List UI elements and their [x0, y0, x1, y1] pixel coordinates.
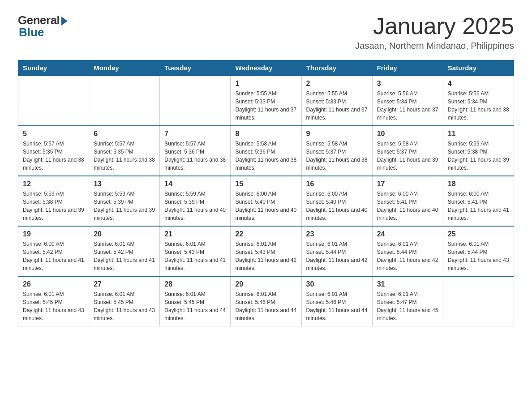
day-info: Sunrise: 6:01 AMSunset: 5:45 PMDaylight:…	[164, 290, 226, 322]
day-info: Sunrise: 5:55 AMSunset: 5:33 PMDaylight:…	[235, 90, 296, 122]
day-number: 14	[164, 180, 226, 188]
calendar-cell: 18Sunrise: 6:00 AMSunset: 5:41 PMDayligh…	[443, 176, 514, 226]
logo-arrow-icon	[61, 17, 68, 26]
day-info: Sunrise: 5:57 AMSunset: 5:35 PMDaylight:…	[94, 140, 155, 172]
month-title: January 2025	[355, 13, 514, 39]
calendar-cell: 15Sunrise: 6:00 AMSunset: 5:40 PMDayligh…	[231, 176, 301, 226]
calendar-cell	[443, 276, 514, 326]
calendar-cell: 27Sunrise: 6:01 AMSunset: 5:45 PMDayligh…	[89, 276, 160, 326]
day-number: 23	[306, 230, 368, 238]
calendar-cell: 21Sunrise: 6:01 AMSunset: 5:43 PMDayligh…	[160, 226, 231, 276]
calendar-cell	[18, 76, 89, 126]
calendar-cell: 12Sunrise: 5:59 AMSunset: 5:38 PMDayligh…	[18, 176, 89, 226]
calendar-cell: 28Sunrise: 6:01 AMSunset: 5:45 PMDayligh…	[160, 276, 231, 326]
day-info: Sunrise: 6:01 AMSunset: 5:47 PMDaylight:…	[377, 290, 438, 322]
calendar-week-row-3: 12Sunrise: 5:59 AMSunset: 5:38 PMDayligh…	[18, 176, 514, 226]
calendar-week-row-5: 26Sunrise: 6:01 AMSunset: 5:45 PMDayligh…	[18, 276, 514, 326]
day-number: 18	[448, 180, 509, 188]
calendar-cell: 30Sunrise: 6:01 AMSunset: 5:46 PMDayligh…	[301, 276, 372, 326]
day-info: Sunrise: 6:00 AMSunset: 5:41 PMDaylight:…	[377, 190, 438, 222]
calendar-cell: 10Sunrise: 5:58 AMSunset: 5:37 PMDayligh…	[372, 126, 443, 176]
calendar-cell: 8Sunrise: 5:58 AMSunset: 5:36 PMDaylight…	[231, 126, 301, 176]
calendar-cell: 29Sunrise: 6:01 AMSunset: 5:46 PMDayligh…	[231, 276, 301, 326]
location-text: Jasaan, Northern Mindanao, Philippines	[355, 41, 514, 51]
day-number: 1	[235, 80, 296, 88]
day-number: 21	[164, 230, 226, 238]
day-info: Sunrise: 5:57 AMSunset: 5:35 PMDaylight:…	[23, 140, 84, 172]
day-info: Sunrise: 6:01 AMSunset: 5:46 PMDaylight:…	[306, 290, 368, 322]
calendar-cell: 6Sunrise: 5:57 AMSunset: 5:35 PMDaylight…	[89, 126, 160, 176]
calendar-cell: 23Sunrise: 6:01 AMSunset: 5:44 PMDayligh…	[301, 226, 372, 276]
calendar-header-row: Sunday Monday Tuesday Wednesday Thursday…	[18, 60, 514, 76]
calendar-cell: 22Sunrise: 6:01 AMSunset: 5:43 PMDayligh…	[231, 226, 301, 276]
day-number: 13	[94, 180, 155, 188]
col-header-monday: Monday	[89, 60, 160, 76]
calendar-table: Sunday Monday Tuesday Wednesday Thursday…	[18, 60, 514, 326]
day-number: 29	[235, 280, 296, 288]
calendar-cell: 17Sunrise: 6:00 AMSunset: 5:41 PMDayligh…	[372, 176, 443, 226]
calendar-cell: 13Sunrise: 5:59 AMSunset: 5:39 PMDayligh…	[89, 176, 160, 226]
day-number: 3	[377, 80, 438, 88]
day-info: Sunrise: 5:55 AMSunset: 5:33 PMDaylight:…	[306, 90, 368, 122]
day-info: Sunrise: 5:58 AMSunset: 5:37 PMDaylight:…	[377, 140, 438, 172]
logo: General Blue	[18, 13, 68, 39]
calendar-cell	[160, 76, 231, 126]
day-number: 24	[377, 230, 438, 238]
title-block: January 2025 Jasaan, Northern Mindanao, …	[355, 13, 514, 51]
day-info: Sunrise: 6:01 AMSunset: 5:43 PMDaylight:…	[164, 240, 226, 272]
col-header-friday: Friday	[372, 60, 443, 76]
day-number: 27	[94, 280, 155, 288]
calendar-cell: 16Sunrise: 6:00 AMSunset: 5:40 PMDayligh…	[301, 176, 372, 226]
calendar-week-row-2: 5Sunrise: 5:57 AMSunset: 5:35 PMDaylight…	[18, 126, 514, 176]
calendar-cell	[89, 76, 160, 126]
day-info: Sunrise: 6:01 AMSunset: 5:44 PMDaylight:…	[377, 240, 438, 272]
day-number: 22	[235, 230, 296, 238]
calendar-cell: 14Sunrise: 5:59 AMSunset: 5:39 PMDayligh…	[160, 176, 231, 226]
day-info: Sunrise: 5:56 AMSunset: 5:34 PMDaylight:…	[448, 90, 509, 122]
day-info: Sunrise: 5:56 AMSunset: 5:34 PMDaylight:…	[377, 90, 438, 122]
day-number: 15	[235, 180, 296, 188]
day-number: 17	[377, 180, 438, 188]
day-number: 30	[306, 280, 368, 288]
logo-blue-text: Blue	[19, 26, 44, 39]
col-header-wednesday: Wednesday	[231, 60, 301, 76]
day-number: 8	[235, 130, 296, 138]
day-number: 25	[448, 230, 509, 238]
col-header-sunday: Sunday	[18, 60, 89, 76]
day-info: Sunrise: 6:01 AMSunset: 5:43 PMDaylight:…	[235, 240, 296, 272]
day-info: Sunrise: 6:00 AMSunset: 5:40 PMDaylight:…	[306, 190, 368, 222]
calendar-cell: 19Sunrise: 6:00 AMSunset: 5:42 PMDayligh…	[18, 226, 89, 276]
day-number: 28	[164, 280, 226, 288]
day-info: Sunrise: 6:00 AMSunset: 5:42 PMDaylight:…	[23, 240, 84, 272]
col-header-saturday: Saturday	[443, 60, 514, 76]
calendar-cell: 9Sunrise: 5:58 AMSunset: 5:37 PMDaylight…	[301, 126, 372, 176]
page-header: General Blue January 2025 Jasaan, Northe…	[18, 13, 514, 51]
day-info: Sunrise: 5:57 AMSunset: 5:36 PMDaylight:…	[164, 140, 226, 172]
day-number: 12	[23, 180, 84, 188]
day-info: Sunrise: 5:59 AMSunset: 5:39 PMDaylight:…	[94, 190, 155, 222]
col-header-thursday: Thursday	[301, 60, 372, 76]
day-number: 4	[448, 80, 509, 88]
day-number: 7	[164, 130, 226, 138]
day-number: 20	[94, 230, 155, 238]
day-info: Sunrise: 6:01 AMSunset: 5:46 PMDaylight:…	[235, 290, 296, 322]
calendar-cell: 7Sunrise: 5:57 AMSunset: 5:36 PMDaylight…	[160, 126, 231, 176]
day-info: Sunrise: 6:01 AMSunset: 5:42 PMDaylight:…	[94, 240, 155, 272]
calendar-cell: 5Sunrise: 5:57 AMSunset: 5:35 PMDaylight…	[18, 126, 89, 176]
calendar-cell: 26Sunrise: 6:01 AMSunset: 5:45 PMDayligh…	[18, 276, 89, 326]
day-info: Sunrise: 6:00 AMSunset: 5:41 PMDaylight:…	[448, 190, 509, 222]
day-info: Sunrise: 5:58 AMSunset: 5:36 PMDaylight:…	[235, 140, 296, 172]
day-number: 16	[306, 180, 368, 188]
day-number: 9	[306, 130, 368, 138]
day-info: Sunrise: 5:59 AMSunset: 5:38 PMDaylight:…	[23, 190, 84, 222]
calendar-week-row-1: 1Sunrise: 5:55 AMSunset: 5:33 PMDaylight…	[18, 76, 514, 126]
day-number: 2	[306, 80, 368, 88]
day-info: Sunrise: 6:01 AMSunset: 5:44 PMDaylight:…	[306, 240, 368, 272]
col-header-tuesday: Tuesday	[160, 60, 231, 76]
calendar-cell: 4Sunrise: 5:56 AMSunset: 5:34 PMDaylight…	[443, 76, 514, 126]
calendar-cell: 31Sunrise: 6:01 AMSunset: 5:47 PMDayligh…	[372, 276, 443, 326]
day-info: Sunrise: 6:01 AMSunset: 5:44 PMDaylight:…	[448, 240, 509, 272]
day-info: Sunrise: 6:01 AMSunset: 5:45 PMDaylight:…	[94, 290, 155, 322]
calendar-cell: 25Sunrise: 6:01 AMSunset: 5:44 PMDayligh…	[443, 226, 514, 276]
day-number: 5	[23, 130, 84, 138]
